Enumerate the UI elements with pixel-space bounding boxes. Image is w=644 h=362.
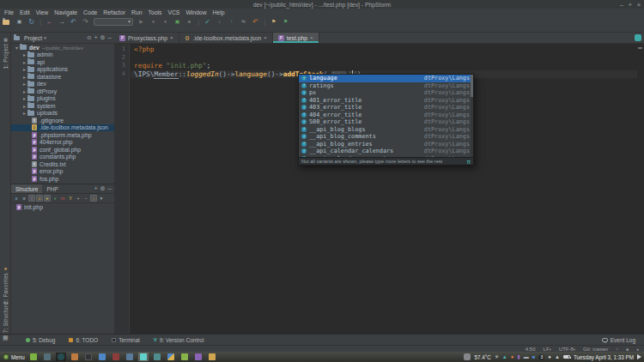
menu-vcs[interactable]: VCS	[167, 9, 180, 15]
update-icon[interactable]: ●	[511, 353, 514, 360]
plugin-icon[interactable]: ⚑	[282, 18, 289, 26]
autoscroll-toggle[interactable]: ↕	[90, 195, 97, 202]
chevron-down-icon[interactable]: ▾	[44, 35, 46, 40]
locate-file-icon[interactable]: ⊙	[87, 35, 91, 40]
chevron-right-icon[interactable]: ▸	[21, 66, 27, 72]
tree-file[interactable]: fos.php	[11, 175, 114, 183]
taskbar-app-14[interactable]	[207, 353, 217, 361]
taskbar-app-3[interactable]	[56, 353, 66, 361]
save-icon[interactable]: ▣	[15, 18, 23, 26]
run-icon[interactable]: ▶	[137, 18, 145, 26]
completion-item[interactable]: fpxdtProxy\Langs	[299, 89, 473, 97]
coverage-icon[interactable]: ●	[149, 18, 157, 26]
taskbar-app-4[interactable]	[70, 353, 80, 361]
chevron-right-icon[interactable]: ▸	[21, 103, 27, 109]
redo-icon[interactable]: ↷	[82, 18, 89, 26]
sort-alpha-icon[interactable]: a	[13, 195, 20, 202]
forward-icon[interactable]: →	[58, 18, 65, 26]
taskbar-app-5[interactable]	[83, 353, 94, 361]
debug-run-icon[interactable]: ▣	[173, 18, 181, 26]
menu-code[interactable]: Code	[82, 9, 98, 15]
taskbar-app-13[interactable]	[193, 353, 204, 361]
sort-visibility-icon[interactable]: ≡	[21, 195, 27, 202]
show-constants-toggle[interactable]: c	[36, 195, 43, 202]
chevron-right-icon[interactable]: ▸	[21, 110, 27, 116]
run-configuration-select[interactable]: ▾	[94, 18, 133, 26]
completion-item[interactable]: f__api_blog_blogsdtProxy\Langs	[299, 126, 473, 134]
menu-file[interactable]: File	[3, 9, 15, 15]
taskbar-app-1[interactable]	[28, 353, 39, 361]
line-separator-selector[interactable]: LF▾	[544, 347, 551, 352]
completion-item[interactable]: f404_error_titledtProxy\Langs	[299, 112, 473, 119]
tree-file-selected[interactable]: .ide-toolbox.metadata.json	[11, 124, 114, 132]
taskbar-app-phpstorm[interactable]	[138, 353, 149, 361]
completion-item[interactable]: f__api_blog_entriesdtProxy\Langs	[299, 141, 473, 148]
toolwindow-debug[interactable]: 5: Debug	[26, 337, 55, 343]
sync-icon[interactable]: ↻	[27, 18, 35, 26]
hide-panel-icon[interactable]: ─	[107, 35, 112, 40]
stop-icon[interactable]: ■	[185, 18, 193, 26]
diff-icon[interactable]: ≒	[240, 18, 247, 26]
completion-item[interactable]: f401_error_titledtProxy\Langs	[299, 97, 473, 105]
project-panel-header[interactable]: Project ▾ ⊙ + ⚙ ─	[11, 33, 114, 44]
gear-icon[interactable]: ⚙	[100, 35, 106, 40]
tab-test-php[interactable]: test.php ×	[273, 33, 319, 43]
chevron-right-icon[interactable]: ▸	[21, 74, 27, 80]
desktop-menu-button[interactable]: Menu	[3, 353, 25, 360]
completion-item[interactable]: fratingsdtProxy\Langs	[299, 82, 473, 90]
flag-icon[interactable]: ⚑	[270, 18, 277, 26]
structure-item[interactable]: init.php	[11, 203, 114, 211]
window-titlebar[interactable]: dev [~/public_html/dev] - .../test.php […	[0, 0, 644, 9]
stripe-structure-button[interactable]: 7: Structure	[0, 302, 11, 333]
tree-folder[interactable]: ▸dev	[11, 81, 114, 88]
menu-help[interactable]: Help	[212, 9, 226, 15]
tab-structure[interactable]: Structure	[11, 184, 42, 193]
completion-item[interactable]: f__api_blog_commentsdtProxy\Langs	[299, 133, 473, 141]
hide-panel-icon[interactable]: ─	[107, 186, 112, 191]
popup-scrollbar[interactable]	[471, 75, 473, 157]
battery-icon[interactable]	[563, 355, 570, 359]
taskbar-app-8[interactable]	[125, 353, 135, 361]
tree-folder[interactable]: ▸applications	[11, 66, 114, 74]
tab-php[interactable]: PHP	[42, 184, 62, 193]
toolwindow-vcs[interactable]: V 9: Version Control	[154, 337, 204, 343]
gear-icon[interactable]: ⚙	[100, 186, 106, 191]
menu-refactor[interactable]: Refactor	[102, 9, 126, 15]
lock-icon[interactable]: ■	[626, 347, 629, 352]
profiler-icon[interactable]: ●	[161, 18, 169, 26]
stripe-project-button[interactable]: ▦ 1: Project	[0, 37, 11, 69]
chevron-right-icon[interactable]: ▸	[21, 51, 27, 57]
toolwindow-toggle-icon[interactable]: ▦	[3, 335, 9, 341]
shield-icon[interactable]: ▲	[502, 353, 507, 360]
event-log-button[interactable]: Event Log	[602, 337, 635, 343]
tab-ide-toolbox[interactable]: .ide-toolbox.metadata.json ×	[179, 33, 273, 43]
tree-root[interactable]: ▾ dev ~/public_html/dev	[11, 44, 114, 51]
tree-file[interactable]: .phpstorm.meta.php	[11, 131, 114, 139]
chevron-down-icon[interactable]: ▾	[14, 45, 20, 51]
open-folder-icon[interactable]	[3, 18, 11, 26]
taskbar-app-2[interactable]	[42, 353, 52, 361]
menu-tools[interactable]: Tools	[148, 9, 163, 15]
close-icon[interactable]: ×	[264, 35, 267, 40]
inspections-indicator[interactable]	[635, 34, 641, 41]
expand-all-icon[interactable]: +	[94, 186, 98, 191]
filter-icon[interactable]: Y	[67, 195, 74, 202]
caret-position[interactable]: 4:50	[526, 347, 536, 352]
volume-icon[interactable]	[637, 354, 641, 359]
toolwindow-todo[interactable]: 6: TODO	[69, 337, 98, 343]
tree-file[interactable]: constants.php	[11, 154, 114, 161]
tree-file[interactable]: .gitignore	[11, 117, 114, 124]
completion-item[interactable]: f__api_calendar_calendarsdtProxy\Langs	[299, 148, 473, 155]
bluetooth-icon[interactable]: ■	[532, 353, 536, 360]
menu-window[interactable]: Window	[185, 9, 207, 15]
encoding-selector[interactable]: UTF-8▾	[559, 347, 575, 352]
undo-icon[interactable]: ↶	[70, 18, 77, 26]
taskbar-app-10[interactable]	[152, 353, 162, 361]
menu-navigate[interactable]: Navigate	[53, 9, 78, 15]
tree-file[interactable]: conf_global.php	[11, 146, 114, 154]
chevron-right-icon[interactable]: ▸	[21, 59, 27, 65]
inspect-code-icon[interactable]: ✓	[204, 18, 211, 26]
chevron-right-icon[interactable]: ▸	[21, 88, 27, 94]
relevance-sort-icon[interactable]: π	[467, 159, 471, 165]
tree-folder[interactable]: ▸system	[11, 102, 114, 110]
